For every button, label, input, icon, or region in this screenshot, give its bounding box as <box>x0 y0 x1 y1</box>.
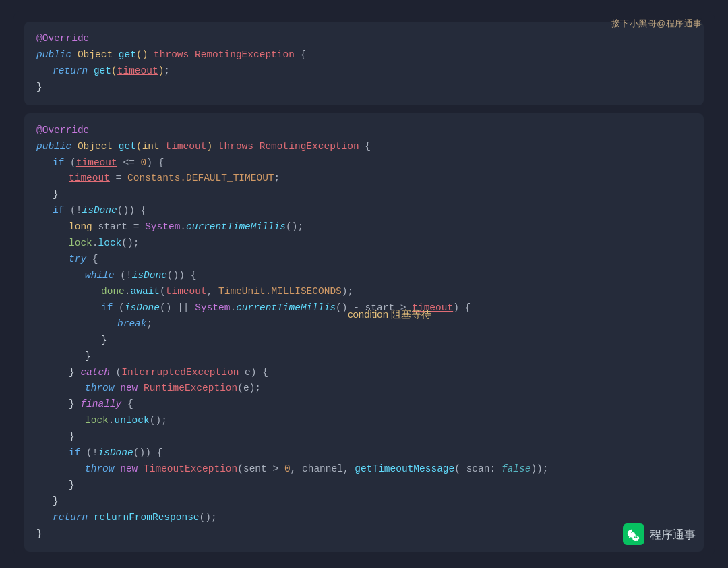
method-currenttimemillis-1: currentTimeMillis <box>186 221 286 232</box>
field-lock-2: lock <box>85 415 109 426</box>
class-runtime-exception: RuntimeException <box>144 382 237 393</box>
kw-finally: finally <box>80 399 121 409</box>
method-lock: lock <box>98 237 122 248</box>
method-unlock: unlock <box>115 415 150 426</box>
var-timeout-3: timeout <box>69 173 110 183</box>
num-zero-2: 0 <box>284 463 291 474</box>
kw-return-2: return <box>53 512 88 523</box>
field-done: done <box>101 286 125 297</box>
kw-public-1: public <box>36 49 71 60</box>
kw-throws-1: throws <box>154 49 189 60</box>
annotation-override-1: @Override <box>36 33 89 44</box>
type-int: int <box>142 141 160 152</box>
var-timeout-cmp: timeout <box>412 302 453 313</box>
kw-if-3: if <box>101 302 113 313</box>
class-system: System <box>145 221 180 232</box>
class-system-2: System <box>195 302 230 313</box>
var-timeout-1: timeout <box>117 65 158 76</box>
bool-false: false <box>502 463 531 474</box>
method-isdone-1: isDone <box>82 205 117 216</box>
kw-try: try <box>69 254 86 264</box>
exception-interrupted: InterruptedException <box>121 367 239 378</box>
exception-remoting-1: RemotingException <box>195 49 295 60</box>
exception-remoting-2: RemotingException <box>260 141 359 152</box>
kw-new-2: new <box>120 463 138 474</box>
annotation-override-2: @Override <box>36 125 89 136</box>
method-returnfromresponse: returnFromResponse <box>94 512 200 523</box>
kw-if-4: if <box>69 447 80 458</box>
num-zero: 0 <box>141 157 147 168</box>
param-timeout: timeout <box>165 141 206 152</box>
kw-return-1: return <box>53 65 88 76</box>
method-isdone-4: isDone <box>98 447 133 458</box>
type-long: long <box>69 221 92 232</box>
var-timeout-await: timeout <box>166 286 207 297</box>
field-lock-1: lock <box>69 237 92 248</box>
watermark-bottom-text: 程序通事 <box>650 527 696 542</box>
kw-throw-1: throw <box>85 382 115 393</box>
method-isdone-2: isDone <box>132 270 167 281</box>
screenshot-container: 接下小黑哥@程序通事 @Override public Object get()… <box>13 11 715 557</box>
class-timeout-exception: TimeoutException <box>144 463 237 474</box>
watermark-bottom: 程序通事 <box>623 523 696 545</box>
method-get-1: get <box>119 49 136 60</box>
kw-while: while <box>85 270 115 281</box>
var-timeout-2: timeout <box>76 157 117 168</box>
kw-throws-2: throws <box>218 141 253 152</box>
watermark-top: 接下小黑哥@程序通事 <box>611 18 702 30</box>
type-object-1: Object <box>78 49 113 60</box>
kw-throw-2: throw <box>85 463 115 474</box>
type-object-2: Object <box>78 141 113 152</box>
method-await: await <box>131 286 160 297</box>
method-get-call-1: get <box>94 65 111 76</box>
const-default-timeout: Constants.DEFAULT_TIMEOUT <box>127 173 274 183</box>
code-block-2: condition 阻塞等待 @Override public Object g… <box>24 113 704 552</box>
const-timeunit: TimeUnit.MILLISECONDS <box>218 286 342 297</box>
kw-if-1: if <box>53 157 64 168</box>
kw-catch: catch <box>80 367 110 378</box>
method-get-2: get <box>119 141 136 152</box>
kw-new-1: new <box>120 382 138 393</box>
method-currenttimemillis-2: currentTimeMillis <box>236 302 336 313</box>
method-isdone-3: isDone <box>125 302 160 313</box>
wechat-icon <box>623 523 644 545</box>
code-block-1: @Override public Object get() throws Rem… <box>24 22 704 105</box>
kw-public-2: public <box>36 141 71 152</box>
kw-if-2: if <box>53 205 64 216</box>
kw-break: break <box>117 318 147 329</box>
method-gettimeoutmessage: getTimeoutMessage <box>355 463 454 474</box>
